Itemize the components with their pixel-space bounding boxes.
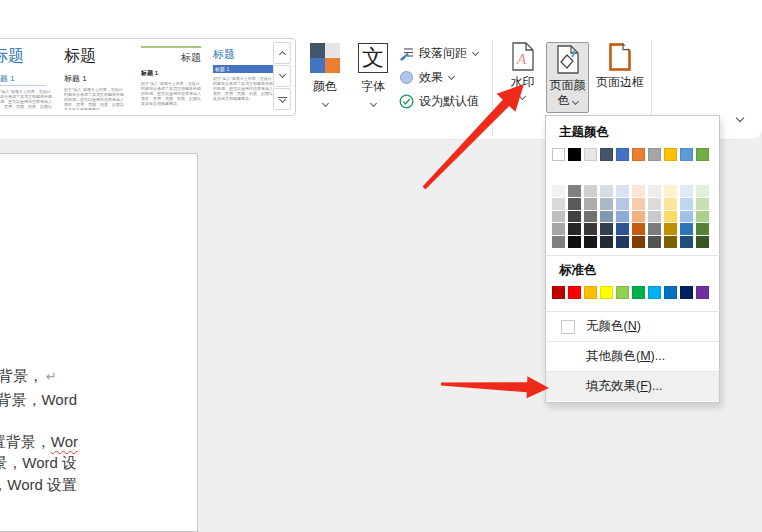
style-set-thumbnail[interactable]: 标题 标题 1 对于“插入”选项卡上的库，在设计时都充分考虑了其与文档整体外观的…: [0, 44, 55, 110]
color-swatch[interactable]: [632, 223, 645, 235]
color-swatch[interactable]: [648, 185, 661, 197]
color-swatch[interactable]: [568, 286, 581, 299]
menu-item-more-colors[interactable]: 其他颜色(M)...: [546, 342, 719, 371]
color-swatch[interactable]: [696, 211, 709, 223]
color-swatch[interactable]: [616, 198, 629, 210]
color-swatch[interactable]: [664, 211, 677, 223]
color-swatch[interactable]: [584, 198, 597, 210]
color-swatch[interactable]: [680, 148, 693, 161]
color-swatch[interactable]: [632, 185, 645, 197]
watermark-button[interactable]: A 水印: [499, 42, 546, 99]
color-swatch[interactable]: [552, 198, 565, 210]
document-page[interactable]: 置背景，↵ 置背景，Word 置背景，Wor 景，Word 设 ，Word 设置: [0, 153, 198, 532]
theme-colors-button[interactable]: 颜色: [302, 43, 348, 115]
menu-item-fill-effects[interactable]: 填充效果(F)...: [546, 372, 719, 401]
color-swatch[interactable]: [664, 223, 677, 235]
theme-colors-section-label: 主题颜色: [559, 124, 609, 141]
style-preview-heading: 标题: [141, 51, 201, 65]
color-swatch[interactable]: [648, 236, 661, 248]
color-swatch[interactable]: [616, 286, 629, 299]
color-swatch[interactable]: [664, 148, 677, 161]
color-swatch[interactable]: [696, 236, 709, 248]
set-as-default-button[interactable]: 设为默认值: [398, 92, 479, 110]
color-swatch[interactable]: [568, 198, 581, 210]
color-swatch[interactable]: [680, 185, 693, 197]
color-swatch[interactable]: [696, 185, 709, 197]
color-swatch[interactable]: [648, 286, 661, 299]
paragraph-spacing-button[interactable]: 段落间距: [398, 44, 478, 62]
color-swatch[interactable]: [648, 211, 661, 223]
color-swatch[interactable]: [552, 223, 565, 235]
color-swatch[interactable]: [616, 211, 629, 223]
color-swatch[interactable]: [552, 148, 565, 161]
color-swatch[interactable]: [552, 286, 565, 299]
color-swatch[interactable]: [600, 198, 613, 210]
color-swatch[interactable]: [664, 286, 677, 299]
color-swatch[interactable]: [664, 198, 677, 210]
color-swatch[interactable]: [552, 185, 565, 197]
style-preview-bodytext: 对于“插入”选项卡上的库，在设计时都充分考虑了其与文档整体外观的协调。您可以使用…: [64, 87, 124, 110]
effects-button[interactable]: 效果: [398, 68, 454, 86]
color-swatch[interactable]: [616, 148, 629, 161]
gallery-scroll-down-button[interactable]: [273, 65, 291, 87]
color-swatch[interactable]: [600, 223, 613, 235]
color-swatch[interactable]: [680, 286, 693, 299]
style-set-thumbnail[interactable]: 标题 标题 1 对于“插入”选项卡上的库，在设计时都充分考虑了其与文档整体外观的…: [61, 44, 127, 110]
color-swatch[interactable]: [584, 236, 597, 248]
color-swatch[interactable]: [632, 211, 645, 223]
color-swatch[interactable]: [584, 286, 597, 299]
color-swatch[interactable]: [696, 148, 709, 161]
page-color-button[interactable]: 页面颜 色: [546, 42, 589, 113]
color-swatch[interactable]: [552, 211, 565, 223]
color-swatch[interactable]: [584, 148, 597, 161]
gallery-more-button[interactable]: [273, 88, 291, 110]
color-swatch[interactable]: [680, 236, 693, 248]
color-swatch[interactable]: [664, 185, 677, 197]
color-swatch[interactable]: [664, 236, 677, 248]
color-swatch[interactable]: [616, 185, 629, 197]
color-swatch[interactable]: [632, 286, 645, 299]
chevron-down-icon: [448, 73, 455, 80]
color-swatch[interactable]: [568, 148, 581, 161]
color-swatch[interactable]: [696, 286, 709, 299]
color-swatch[interactable]: [680, 211, 693, 223]
color-swatch[interactable]: [600, 148, 613, 161]
color-swatch[interactable]: [696, 198, 709, 210]
page-borders-button[interactable]: 页面边框: [591, 42, 649, 90]
color-swatch[interactable]: [616, 236, 629, 248]
color-swatch[interactable]: [584, 185, 597, 197]
color-swatch[interactable]: [632, 198, 645, 210]
style-set-thumbnail[interactable]: 标题 标题 1 对于“插入”选项卡上的库，在设计时都充分考虑了其与文档整体外观的…: [138, 44, 204, 110]
color-swatch[interactable]: [600, 286, 613, 299]
watermark-label: 水印: [511, 75, 535, 90]
color-swatch[interactable]: [568, 211, 581, 223]
collapse-ribbon-button[interactable]: [737, 118, 743, 121]
color-swatch[interactable]: [616, 223, 629, 235]
color-swatch[interactable]: [568, 223, 581, 235]
color-swatch[interactable]: [568, 185, 581, 197]
color-swatch[interactable]: [568, 236, 581, 248]
color-swatch[interactable]: [680, 223, 693, 235]
document-text-line: 置背景，Wor: [0, 432, 78, 452]
gallery-scroll-up-button[interactable]: [273, 42, 291, 64]
color-swatch[interactable]: [648, 148, 661, 161]
color-swatch[interactable]: [552, 236, 565, 248]
color-swatch[interactable]: [600, 211, 613, 223]
theme-fonts-button[interactable]: 文 字体: [350, 43, 396, 115]
color-swatch[interactable]: [680, 198, 693, 210]
group-divider: [492, 40, 493, 135]
color-swatch[interactable]: [648, 223, 661, 235]
color-variant-column: [632, 185, 645, 248]
color-swatch[interactable]: [632, 148, 645, 161]
color-swatch[interactable]: [600, 185, 613, 197]
color-swatch[interactable]: [648, 198, 661, 210]
document-text-line: 景，Word 设: [0, 453, 77, 473]
color-swatch[interactable]: [696, 223, 709, 235]
color-swatch[interactable]: [600, 236, 613, 248]
menu-item-no-color[interactable]: 无颜色(N): [546, 312, 719, 341]
style-set-thumbnail[interactable]: 标题 标题 1 对于“插入”选项卡上的库，在设计时都充分考虑了其与文档整体外观的…: [210, 44, 276, 110]
color-swatch[interactable]: [584, 223, 597, 235]
color-swatch[interactable]: [632, 236, 645, 248]
color-swatch[interactable]: [584, 211, 597, 223]
color-variant-column: [648, 185, 661, 248]
